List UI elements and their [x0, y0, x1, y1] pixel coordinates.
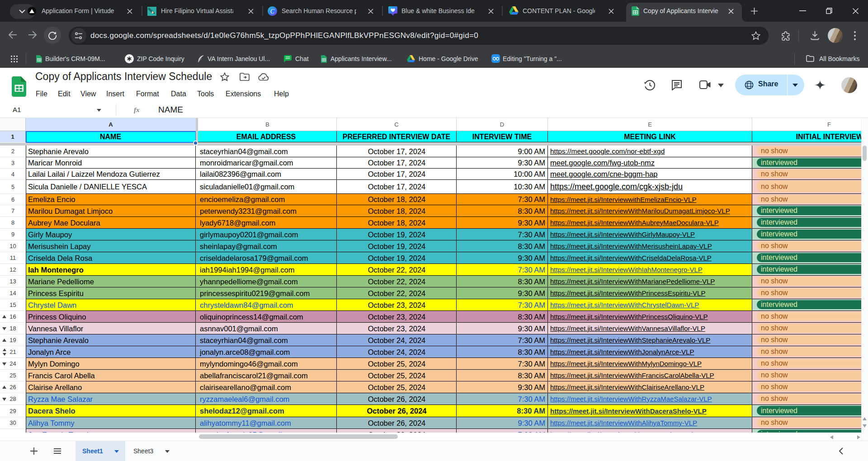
- svg-text:C: C: [270, 8, 275, 15]
